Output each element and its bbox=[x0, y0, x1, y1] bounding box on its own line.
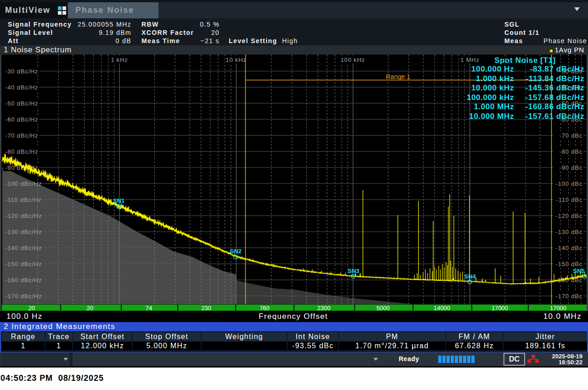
svg-text:-170 dBc: -170 dBc bbox=[556, 293, 582, 300]
svg-text:1 MHz: 1 MHz bbox=[460, 56, 480, 63]
svg-text:100 kHz: 100 kHz bbox=[340, 56, 365, 63]
svg-text:1.000 MHz: 1.000 MHz bbox=[474, 102, 514, 111]
svg-text:1.000 kHz: 1.000 kHz bbox=[476, 74, 514, 83]
svg-text:-145.36 dBc/Hz: -145.36 dBc/Hz bbox=[526, 84, 584, 92]
svg-text:-30 dBc/Hz: -30 dBc/Hz bbox=[5, 68, 38, 75]
svg-text:-130 dBc/Hz: -130 dBc/Hz bbox=[5, 228, 42, 235]
svg-text:-50 dBc/Hz: -50 dBc/Hz bbox=[5, 100, 38, 107]
svg-text:-150 dBc/Hz: -150 dBc/Hz bbox=[5, 261, 42, 267]
svg-text:-70 dBc/Hz: -70 dBc/Hz bbox=[5, 132, 38, 139]
svg-text:-70 dBc: -70 dBc bbox=[560, 132, 582, 139]
svg-text:10 kHz: 10 kHz bbox=[226, 56, 246, 63]
svg-text:100.000 Hz: 100.000 Hz bbox=[471, 65, 514, 73]
svg-text:SN5: SN5 bbox=[573, 267, 585, 274]
svg-text:100.000 kHz: 100.000 kHz bbox=[467, 93, 514, 102]
svg-text:-83.87 dBc/Hz: -83.87 dBc/Hz bbox=[530, 65, 584, 73]
svg-text:-40 dBc/Hz: -40 dBc/Hz bbox=[5, 84, 38, 91]
svg-text:-100 dBc: -100 dBc bbox=[556, 180, 582, 187]
svg-text:SN2: SN2 bbox=[230, 248, 242, 255]
svg-text:-110 dBc/Hz: -110 dBc/Hz bbox=[5, 196, 41, 203]
svg-text:-160 dBc/Hz: -160 dBc/Hz bbox=[5, 277, 42, 284]
svg-text:-80 dBc: -80 dBc bbox=[560, 148, 582, 155]
svg-text:-160.86 dBc/Hz: -160.86 dBc/Hz bbox=[526, 102, 584, 111]
svg-text:-130 dBc: -130 dBc bbox=[556, 228, 582, 235]
svg-text:-157.61 dBc/Hz: -157.61 dBc/Hz bbox=[526, 112, 584, 121]
svg-text:-80 dBc/Hz: -80 dBc/Hz bbox=[5, 148, 38, 155]
svg-text:-90 dBc: -90 dBc bbox=[560, 164, 582, 171]
svg-text:-60 dBc/Hz: -60 dBc/Hz bbox=[5, 116, 38, 123]
svg-text:-100 dBc/Hz: -100 dBc/Hz bbox=[5, 180, 42, 187]
svg-text:-150 dBc: -150 dBc bbox=[556, 261, 582, 267]
svg-text:-120 dBc: -120 dBc bbox=[556, 212, 582, 219]
svg-text:10.000 MHz: 10.000 MHz bbox=[469, 112, 514, 121]
svg-text:1 kHz: 1 kHz bbox=[111, 56, 128, 63]
svg-text:-110 dBc: -110 dBc bbox=[556, 196, 582, 203]
svg-text:-120 dBc/Hz: -120 dBc/Hz bbox=[5, 212, 42, 219]
svg-text:SN3: SN3 bbox=[348, 267, 359, 274]
svg-text:-113.84 dBc/Hz: -113.84 dBc/Hz bbox=[526, 74, 584, 83]
svg-text:-140 dBc/Hz: -140 dBc/Hz bbox=[5, 245, 42, 251]
svg-text:SN1: SN1 bbox=[113, 197, 124, 204]
svg-text:-140 dBc: -140 dBc bbox=[556, 245, 582, 251]
svg-text:10.000 kHz: 10.000 kHz bbox=[471, 84, 514, 92]
svg-text:SN4: SN4 bbox=[464, 273, 476, 280]
svg-text:-170 dBc/Hz: -170 dBc/Hz bbox=[5, 293, 42, 300]
svg-text:Range 1: Range 1 bbox=[386, 73, 410, 80]
svg-text:Spot Noise [T1]: Spot Noise [T1] bbox=[494, 56, 556, 65]
svg-text:-157.68 dBc/Hz: -157.68 dBc/Hz bbox=[526, 93, 584, 102]
